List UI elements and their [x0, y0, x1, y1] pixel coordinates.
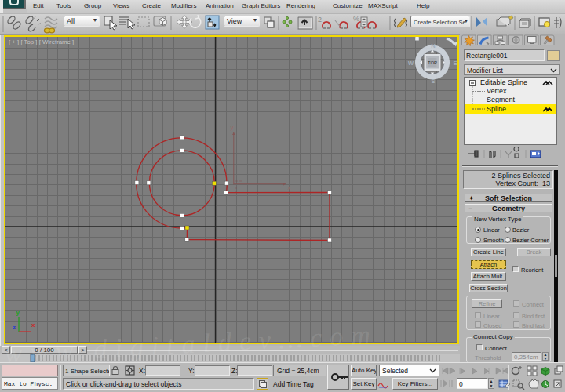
svg-text:x: x [31, 321, 35, 328]
svg-text:[ + ] [ Top ] [ Wireframe ]: [ + ] [ Top ] [ Wireframe ] [9, 38, 74, 45]
svg-text:y: y [231, 124, 234, 131]
svg-text:TOP: TOP [428, 60, 437, 65]
svg-text:S: S [431, 78, 435, 85]
svg-text:2: 2 [318, 16, 322, 24]
svg-text:E: E [453, 60, 457, 67]
svg-text:z: z [13, 324, 16, 331]
svg-text:%: % [353, 15, 359, 23]
svg-text:N: N [431, 42, 435, 49]
svg-text:x: x [288, 184, 291, 191]
svg-text:W: W [408, 60, 414, 67]
svg-text:y: y [16, 309, 20, 316]
